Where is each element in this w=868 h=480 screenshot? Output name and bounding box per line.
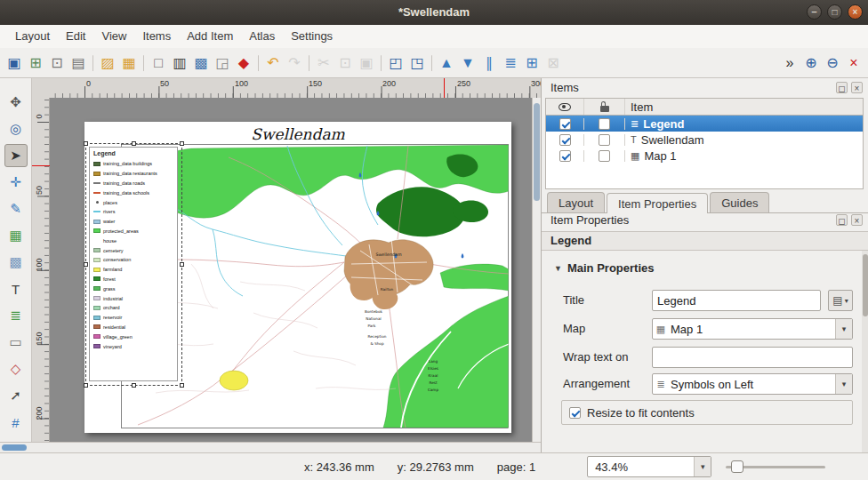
new-page-icon[interactable]: □: [148, 52, 169, 75]
lower-items-icon[interactable]: ▼: [457, 52, 478, 75]
menu-item[interactable]: Items: [134, 25, 179, 48]
items-row-legend[interactable]: ≣ Legend: [546, 116, 863, 132]
canvas-horizontal-scrollbar[interactable]: [0, 442, 541, 452]
export-svg-icon[interactable]: ◲: [212, 52, 233, 75]
chevron-down-icon[interactable]: ▾: [835, 374, 852, 394]
legend-item[interactable]: Legend training_data buildings training_…: [89, 147, 178, 381]
scrollbar-thumb[interactable]: [534, 103, 540, 201]
menu-item[interactable]: View: [93, 25, 134, 48]
export-pdf-icon[interactable]: ◆: [233, 52, 254, 75]
chevron-down-icon[interactable]: ▾: [835, 319, 852, 339]
layout-page[interactable]: Swellendam Railton Bontebok National Par…: [84, 122, 511, 433]
data-defined-override-button[interactable]: ▤: [828, 290, 853, 311]
select-move-item-icon[interactable]: ➤: [4, 144, 28, 167]
items-tree-header: Item: [546, 99, 863, 116]
group-items-icon[interactable]: ⊞: [521, 52, 542, 75]
visibility-checkbox[interactable]: [559, 134, 571, 146]
items-row-swellendam[interactable]: T Swellendam: [546, 132, 863, 148]
cut-icon[interactable]: ✂: [313, 52, 334, 75]
undo-icon[interactable]: ↶: [262, 52, 284, 75]
add-scalebar-icon[interactable]: ▭: [4, 331, 28, 354]
collapse-triangle-icon[interactable]: ▼: [554, 264, 562, 273]
duplicate-layout-icon[interactable]: ⊡: [46, 52, 68, 75]
redo-icon[interactable]: ↷: [284, 52, 305, 75]
scrollbar-thumb[interactable]: [2, 444, 27, 451]
paste-icon[interactable]: ▣: [356, 52, 377, 75]
lock-checkbox[interactable]: [599, 118, 610, 130]
add-legend-icon[interactable]: ≣: [4, 304, 28, 327]
title-input[interactable]: [652, 290, 821, 311]
save-icon[interactable]: ▣: [4, 52, 25, 75]
add-picture-icon[interactable]: ▩: [4, 251, 28, 274]
chevron-down-icon[interactable]: ▾: [694, 457, 711, 476]
add-label-icon[interactable]: T: [4, 277, 28, 300]
tab-layout[interactable]: Layout: [547, 192, 605, 212]
separator[interactable]: [92, 55, 93, 71]
lock-checkbox[interactable]: [599, 134, 610, 146]
separator[interactable]: [309, 55, 309, 71]
align-items-icon[interactable]: ∥: [478, 52, 500, 75]
zoom-slider[interactable]: [726, 456, 825, 477]
arrangement-combobox[interactable]: ≣ Symbols on Left ▾: [652, 373, 853, 395]
map-combobox[interactable]: ▦ Map 1 ▾: [652, 318, 853, 340]
save-as-template-icon[interactable]: ▦: [118, 52, 140, 75]
resize-to-fit-checkbox[interactable]: [569, 407, 581, 419]
raise-items-icon[interactable]: ▲: [436, 52, 457, 75]
map-title-label[interactable]: Swellendam: [84, 125, 511, 143]
add-shape-icon[interactable]: ◇: [4, 357, 28, 380]
distribute-items-icon[interactable]: ≣: [500, 52, 521, 75]
separator[interactable]: [431, 55, 432, 71]
lock-items-icon[interactable]: ⊠: [542, 52, 564, 75]
minimize-button[interactable]: ‒: [807, 4, 822, 20]
undock-panel-icon[interactable]: ◻: [836, 82, 848, 93]
layout-manager-icon[interactable]: ▤: [68, 52, 89, 75]
copy-icon[interactable]: ⊡: [334, 52, 356, 75]
new-layout-icon[interactable]: ⊞: [25, 52, 46, 75]
menu-item[interactable]: Add Item: [179, 25, 241, 48]
separator[interactable]: [143, 55, 144, 71]
visibility-checkbox[interactable]: [559, 150, 571, 162]
scrollbar-thumb[interactable]: [863, 254, 868, 316]
add-node-item-icon[interactable]: #: [4, 411, 28, 434]
tab-guides[interactable]: Guides: [710, 192, 769, 212]
lock-checkbox[interactable]: [599, 150, 610, 162]
menu-item[interactable]: Atlas: [241, 25, 283, 48]
add-arrow-icon[interactable]: ➚: [4, 384, 28, 407]
layout-canvas[interactable]: Swellendam Railton Bontebok National Par…: [50, 98, 532, 442]
tab-item-properties[interactable]: Item Properties: [607, 193, 708, 213]
menu-item[interactable]: Layout: [7, 25, 58, 48]
zoom-out-icon[interactable]: ⊖: [822, 52, 843, 75]
separator[interactable]: [258, 55, 259, 71]
export-image-icon[interactable]: ▩: [190, 52, 212, 75]
visibility-checkbox[interactable]: [559, 118, 571, 130]
add-map-icon[interactable]: ▦: [4, 224, 28, 247]
legend-entry: water: [92, 217, 177, 227]
edit-nodes-icon[interactable]: ✎: [4, 197, 28, 220]
main-properties-section[interactable]: ▼ Main Properties: [554, 261, 654, 275]
wrap-text-input[interactable]: [652, 347, 853, 368]
slider-thumb[interactable]: [731, 460, 743, 473]
print-icon[interactable]: ▥: [169, 52, 190, 75]
add-from-template-icon[interactable]: ▨: [97, 52, 118, 75]
pan-tool-icon[interactable]: ✥: [4, 91, 28, 114]
close-panel-icon[interactable]: ×: [851, 214, 863, 226]
canvas-vertical-scrollbar[interactable]: [532, 98, 541, 442]
zoom-to-selection-icon[interactable]: ◳: [406, 52, 428, 75]
maximize-button[interactable]: □: [827, 4, 842, 20]
move-item-content-icon[interactable]: ✛: [4, 171, 28, 194]
menu-item[interactable]: Settings: [283, 25, 341, 48]
items-row-map1[interactable]: ▦ Map 1: [546, 148, 863, 164]
close-panel-icon[interactable]: ×: [851, 82, 863, 93]
close-red-icon[interactable]: ×: [843, 52, 864, 75]
zoom-combobox[interactable]: 43.4% ▾: [587, 456, 711, 477]
undock-panel-icon[interactable]: ◻: [836, 214, 848, 226]
svg-text:Elsies: Elsies: [428, 366, 438, 371]
menu-item[interactable]: Edit: [58, 25, 93, 48]
separator[interactable]: [381, 55, 382, 71]
toolbar-overflow-chevron-icon[interactable]: »: [779, 52, 800, 75]
zoom-tool-icon[interactable]: ◎: [4, 117, 28, 140]
zoom-full-icon[interactable]: ◰: [385, 52, 406, 75]
close-button[interactable]: ×: [848, 4, 863, 20]
properties-scrollbar[interactable]: [862, 251, 868, 452]
zoom-in-icon[interactable]: ⊕: [800, 52, 822, 75]
